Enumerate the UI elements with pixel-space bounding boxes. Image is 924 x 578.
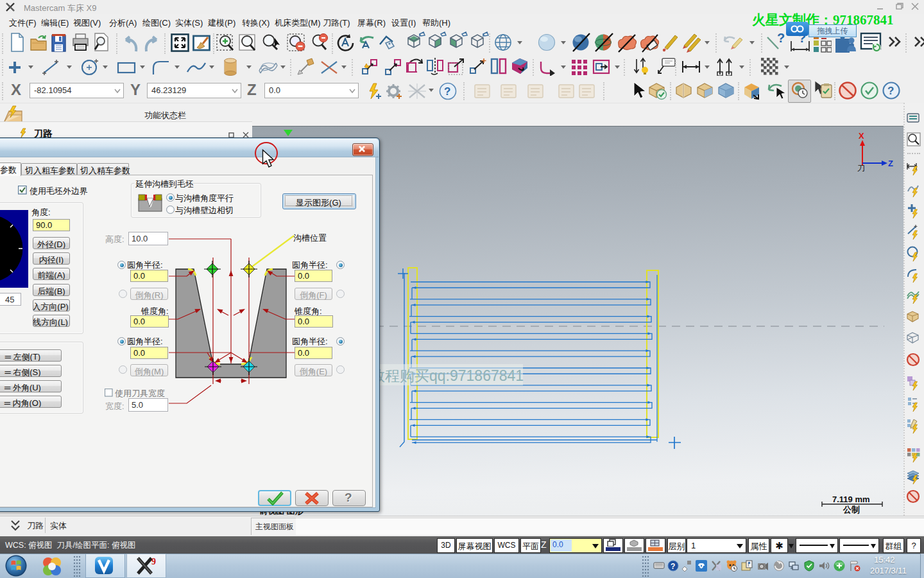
svg-text:公制: 公制 [843, 505, 860, 514]
svg-text:?: ? [777, 32, 785, 45]
svg-text:7.119 mm: 7.119 mm [832, 495, 870, 504]
svg-text:刀: 刀 [857, 164, 865, 173]
svg-text:9: 9 [151, 557, 156, 566]
svg-text:X: X [859, 131, 864, 141]
svg-text:?: ? [671, 562, 675, 571]
svg-text:?: ? [444, 85, 450, 98]
svg-text:Z: Z [888, 159, 893, 168]
svg-text:?: ? [887, 85, 894, 97]
